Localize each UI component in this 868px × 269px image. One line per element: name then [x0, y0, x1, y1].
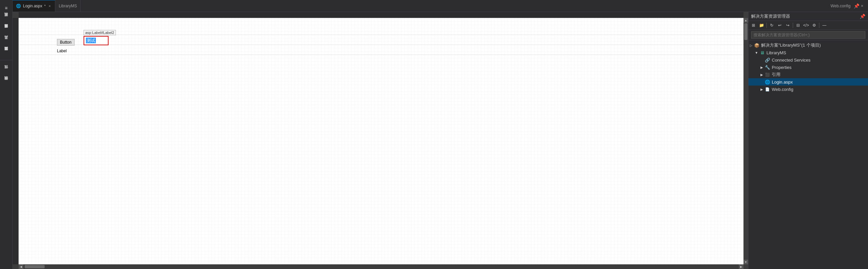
references-arrow: ▶: [759, 73, 765, 77]
sidebar-group-top: ≡ 源视图 服务器资源管理器 工具箱 团队资源管理器: [0, 1, 12, 60]
scroll-right-arrow[interactable]: ▶: [739, 264, 743, 269]
webconfig-icon: 📄: [765, 86, 770, 92]
tab-login-aspx[interactable]: 🌐 Login.aspx * ×: [13, 0, 55, 12]
panel-pin-icon[interactable]: 📌: [860, 13, 865, 19]
tree-solution-root[interactable]: ▷ 📦 解决方案"LibraryMS"(1 个项目): [748, 41, 868, 49]
tree-project[interactable]: ▼ 🖥 LibraryMS: [748, 49, 868, 56]
toolbar-btn-newfile[interactable]: </>: [802, 22, 810, 29]
connected-services-label: Connected Services: [772, 58, 810, 63]
sidebar-icon-bottom1[interactable]: 属性: [1, 66, 12, 77]
solution-explorer-search: [748, 30, 868, 40]
project-icon: 🖥: [759, 50, 765, 56]
label2-tooltip: asp:Label#Label2: [84, 30, 116, 35]
webconfig-label: Web.config: [772, 87, 794, 92]
toolbar-btn-close[interactable]: —: [821, 22, 828, 29]
tree-properties[interactable]: ▶ 🔧 Properties: [748, 64, 868, 71]
project-arrow: ▼: [754, 51, 759, 55]
design-surface[interactable]: Button asp:Label#Label2 测试 Label: [19, 18, 743, 264]
scroll-up-arrow[interactable]: ▲: [743, 18, 748, 23]
tab-bar: 🌐 Login.aspx * × LibraryMS Web.config 📌 …: [13, 0, 868, 12]
label2-text: 测试: [86, 38, 96, 43]
main-area: 🌐 Login.aspx * × LibraryMS Web.config 📌 …: [13, 0, 868, 269]
right-panel: 解决方案资源管理器 📌 ⊞ 📁 ↻ ↩ ↪ ⊟ </> ⚙ —: [748, 12, 868, 269]
tab-dirty-marker: *: [44, 4, 45, 8]
ruler-top: [19, 12, 743, 18]
tree-references[interactable]: ▶ ⬛ 引用: [748, 71, 868, 78]
toolbar-btn-settings[interactable]: ⚙: [810, 22, 818, 29]
login-label: Login.aspx: [772, 80, 793, 85]
toolbar-sep-2: [793, 23, 793, 28]
sidebar-icon-tools4[interactable]: 团队资源管理器: [1, 48, 12, 59]
sidebar-icon-bottom2[interactable]: 错误列表: [1, 78, 12, 88]
ruler-left: [13, 18, 19, 264]
toolbar-btn-forward[interactable]: ↪: [784, 22, 792, 29]
toolbar-btn-properties[interactable]: ⊞: [750, 22, 757, 29]
tree-login-aspx[interactable]: ▶ 🌐 Login.aspx: [748, 78, 868, 86]
grid-line-1: [19, 35, 743, 35]
sidebar-icon-tools1[interactable]: 源视图: [1, 14, 12, 25]
scroll-left-arrow[interactable]: ◀: [19, 264, 23, 269]
form-label: Label: [57, 49, 67, 53]
sidebar-icon-tools2[interactable]: 服务器资源管理器: [1, 25, 12, 36]
webconfigtab-label[interactable]: Web.config: [831, 4, 851, 8]
tab-login-close[interactable]: ×: [48, 4, 52, 8]
left-sidebar: ≡ 源视图 服务器资源管理器 工具箱 团队资源管理器 属性 错误列表: [0, 0, 13, 269]
properties-icon: 🔧: [765, 64, 770, 70]
connected-services-icon: 🔗: [765, 57, 770, 63]
scroll-hthumb[interactable]: [25, 265, 44, 268]
tab-bar-right: Web.config 📌 ×: [81, 0, 868, 12]
webconfig-pin-icon[interactable]: 📌: [854, 3, 859, 9]
solution-arrow: ▷: [748, 43, 754, 47]
properties-label: Properties: [772, 65, 792, 70]
scroll-down-arrow[interactable]: ▼: [743, 260, 748, 264]
scrollbar-right[interactable]: ▲ ▼: [743, 18, 748, 264]
design-grid: [19, 18, 743, 264]
tab-login-icon: 🌐: [16, 4, 21, 8]
scroll-thumb[interactable]: [744, 23, 747, 40]
toolbar-btn-collapse[interactable]: ⊟: [795, 22, 802, 29]
tree-connected-services[interactable]: ▶ 🔗 Connected Services: [748, 56, 868, 64]
toolbar-btn-back[interactable]: ↩: [776, 22, 783, 29]
tab-libraryms[interactable]: LibraryMS: [55, 0, 81, 12]
designer-canvas: Button asp:Label#Label2 测试 Label ▲: [13, 12, 748, 269]
properties-arrow: ▶: [759, 66, 765, 69]
project-label: LibraryMS: [767, 50, 786, 55]
tab-libraryms-label: LibraryMS: [59, 4, 77, 8]
solution-explorer-title: 解决方案资源管理器: [751, 13, 790, 19]
solution-explorer-tree: ▷ 📦 解决方案"LibraryMS"(1 个项目) ▼ 🖥 LibraryMS…: [748, 40, 868, 269]
sidebar-icon-menu[interactable]: ≡: [1, 3, 12, 13]
label2-container[interactable]: asp:Label#Label2 测试: [84, 36, 108, 45]
solution-explorer-titlebar: 解决方案资源管理器 📌: [748, 12, 868, 21]
solution-icon: 📦: [754, 42, 760, 48]
toolbar-sep-3: [819, 23, 819, 28]
webconfig-close-icon[interactable]: ×: [861, 3, 863, 8]
references-icon: ⬛: [765, 71, 770, 78]
toolbar-btn-refresh[interactable]: ↻: [768, 22, 775, 29]
login-icon: 🌐: [765, 79, 770, 85]
toolbar-btn-showfiles[interactable]: 📁: [758, 22, 765, 29]
solution-explorer-toolbar: ⊞ 📁 ↻ ↩ ↪ ⊟ </> ⚙ —: [748, 21, 868, 30]
tree-web-config[interactable]: ▶ 📄 Web.config: [748, 86, 868, 93]
grid-line-3: [19, 55, 743, 55]
scroll-htrack[interactable]: [23, 264, 739, 269]
references-label: 引用: [772, 71, 780, 78]
sidebar-icon-tools3[interactable]: 工具箱: [1, 37, 12, 47]
search-input[interactable]: [751, 31, 865, 39]
solution-label: 解决方案"LibraryMS"(1 个项目): [761, 42, 821, 48]
scrollbar-bottom[interactable]: ◀ ▶: [19, 264, 743, 269]
label2-selected-box[interactable]: 测试: [84, 36, 108, 45]
designer-area: Button asp:Label#Label2 测试 Label ▲: [13, 12, 868, 269]
grid-line-2: [19, 44, 743, 45]
form-button[interactable]: Button: [57, 39, 74, 46]
scroll-track[interactable]: [743, 23, 748, 260]
button-element[interactable]: Button: [57, 39, 74, 46]
tab-login-label: Login.aspx: [23, 4, 42, 8]
webconfig-arrow: ▶: [759, 88, 765, 91]
toolbar-sep-1: [767, 23, 767, 28]
sidebar-group-bottom: 属性 错误列表: [0, 65, 12, 90]
